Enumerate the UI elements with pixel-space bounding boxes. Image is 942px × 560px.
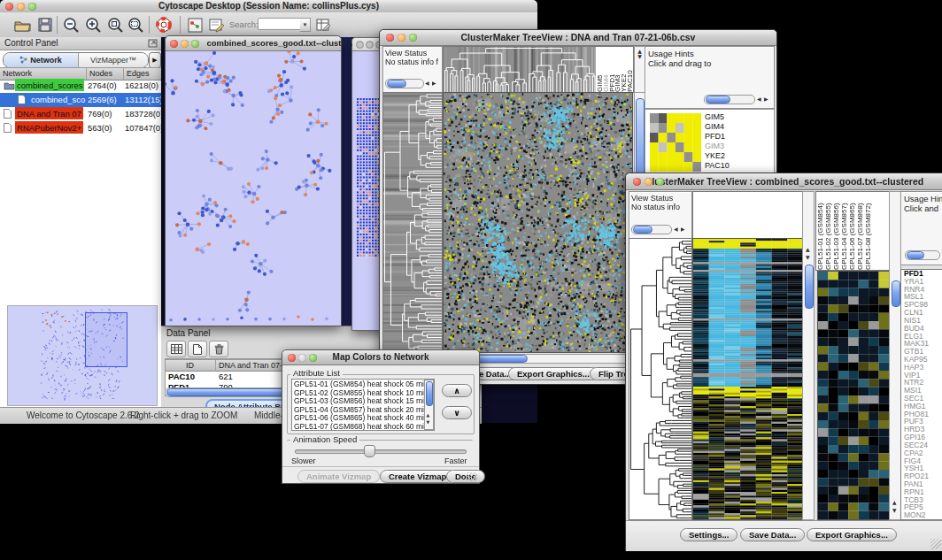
scroll-down-icon[interactable]: ▼: [806, 255, 810, 260]
scroll-right-icon[interactable]: ▶: [432, 81, 436, 86]
annotation-icon[interactable]: [207, 15, 227, 35]
search-input[interactable]: [258, 18, 302, 30]
zoom-gene-label[interactable]: GIM4: [705, 122, 730, 132]
list-scrollbar[interactable]: ▲ ▼: [424, 380, 434, 430]
usage-hints-scrollbar[interactable]: [704, 95, 755, 104]
birdseye-selection-rect[interactable]: [85, 312, 127, 367]
column-label[interactable]: GPL51-07 (GSM868): [856, 192, 864, 270]
scroll-up-icon[interactable]: ▲: [427, 412, 430, 418]
save-icon[interactable]: [35, 15, 55, 35]
minimize-button[interactable]: [181, 40, 189, 48]
network-view[interactable]: [166, 51, 339, 325]
attribute-list-item[interactable]: GPL51-03 (GSM856) heat shock 15 min: [294, 397, 434, 406]
scroll-left-icon[interactable]: ◀: [674, 226, 678, 232]
scrollbar-thumb[interactable]: [426, 381, 433, 406]
dialog-titlebar[interactable]: Map Colors to Network: [282, 350, 479, 365]
settings-button[interactable]: Settings...: [680, 528, 737, 541]
zoom-heatmap[interactable]: [817, 271, 890, 520]
zoom-out-icon[interactable]: [62, 15, 81, 35]
scroll-right-icon[interactable]: ▶: [764, 96, 768, 102]
save-data-button[interactable]: Save Data...: [740, 528, 805, 541]
close-button[interactable]: [288, 354, 296, 362]
close-button[interactable]: [633, 178, 641, 186]
export-graphics-button[interactable]: Export Graphics...: [807, 528, 897, 541]
scrollbar-thumb[interactable]: [387, 80, 406, 88]
tab-overflow-button[interactable]: ▶: [149, 52, 161, 68]
tab-network[interactable]: Network: [4, 53, 79, 67]
zoom-button[interactable]: [409, 34, 417, 42]
zoom-gene-label[interactable]: GIM5: [705, 112, 730, 122]
birdseye-view[interactable]: [7, 305, 158, 406]
zoom-in-icon[interactable]: [84, 15, 104, 35]
main-titlebar[interactable]: Cytoscape Desktop (Session Name: collins…: [0, 0, 537, 13]
zoom-vscrollbar[interactable]: ▲ ▼: [889, 191, 901, 520]
attribute-table-icon[interactable]: [313, 15, 333, 35]
attribute-list-item[interactable]: GPL51-02 (GSM855) heat shock 10 min: [294, 389, 434, 398]
move-up-button[interactable]: ∧: [442, 384, 472, 397]
column-label[interactable]: GIM4: [602, 47, 608, 92]
attribute-list-item[interactable]: GPL51-04 (GSM857) heat shock 20 min: [294, 406, 434, 415]
attribute-list-item[interactable]: GPL51-06 (GSM865) heat shock 40 min: [294, 414, 434, 423]
zoom-selected-icon[interactable]: [106, 15, 126, 35]
close-button[interactable]: [386, 34, 394, 42]
animation-speed-slider-track[interactable]: [295, 449, 467, 454]
scroll-up-icon[interactable]: ▲: [806, 247, 810, 252]
table-grid-icon[interactable]: [166, 341, 186, 357]
done-button[interactable]: Done: [446, 470, 485, 483]
column-label[interactable]: GPL51-04 (GSM857): [840, 192, 848, 270]
zoom-gene-label[interactable]: YKE2: [705, 151, 730, 161]
resize-grip[interactable]: [467, 472, 477, 481]
zoom-fit-icon[interactable]: [127, 15, 146, 35]
zoom-button[interactable]: [656, 178, 664, 186]
scrollbar-thumb[interactable]: [706, 96, 730, 104]
col-id[interactable]: ID: [166, 360, 214, 372]
attribute-listbox[interactable]: GPL51-01 (GSM854) heat shock 05 minGPL51…: [291, 379, 435, 431]
treeview1-titlebar[interactable]: ClusterMaker TreeView : DNA and Tran 07-…: [380, 30, 776, 46]
scroll-left-icon[interactable]: ◀: [425, 81, 429, 86]
zoom-heatmap[interactable]: [650, 113, 701, 172]
zoom-gene-label[interactable]: PFD1: [705, 132, 730, 142]
column-label[interactable]: GPL51-01 (GSM854): [816, 192, 824, 270]
move-down-button[interactable]: ∨: [442, 406, 472, 419]
heatmap-vscrollbar[interactable]: ▲ ▼: [802, 191, 815, 520]
column-label[interactable]: GPL51-06 (GSM865): [848, 192, 856, 270]
scroll-left-icon[interactable]: ◀: [757, 96, 761, 102]
float-panel-icon[interactable]: [148, 39, 158, 51]
minimize-button[interactable]: [645, 178, 652, 186]
column-label[interactable]: PAC10: [626, 47, 632, 92]
network-list-item[interactable]: RNAPuberNov2+563(0)107847(0): [0, 121, 161, 135]
close-button[interactable]: [170, 40, 178, 48]
view-status-scrollbar[interactable]: [385, 79, 424, 88]
column-label[interactable]: GPL51-03 (GSM856): [832, 192, 840, 270]
search-dropdown-chevron-icon[interactable]: ▼: [300, 18, 311, 32]
export-graphics-button[interactable]: Export Graphics...: [508, 367, 598, 380]
create-vizmap-button[interactable]: Create Vizmap: [380, 470, 455, 483]
zoom-gene-label[interactable]: GIM3: [705, 142, 730, 151]
scroll-down-icon[interactable]: ▼: [892, 508, 897, 513]
attribute-list-item[interactable]: GPL51-07 (GSM868) heat shock 60 min: [294, 423, 434, 431]
scrollbar-thumb[interactable]: [633, 226, 652, 234]
heatmap-view[interactable]: [443, 92, 633, 353]
zoom-button[interactable]: [309, 354, 317, 362]
scroll-right-icon[interactable]: ▶: [681, 226, 685, 232]
zoom-button[interactable]: [191, 40, 199, 48]
column-label[interactable]: GPL51-08 (GSM872): [864, 192, 872, 270]
animation-speed-slider-thumb[interactable]: [364, 445, 375, 457]
minimize-button[interactable]: [298, 354, 306, 362]
network-titlebar[interactable]: combined_scores_good.txt--cluste...: [166, 36, 341, 51]
delete-trash-icon[interactable]: [209, 341, 228, 357]
close-button[interactable]: [5, 3, 13, 11]
scroll-up-icon[interactable]: ▲: [892, 500, 897, 505]
attribute-list-item[interactable]: GPL51-01 (GSM854) heat shock 05 min: [294, 380, 434, 389]
heatmap-view[interactable]: [692, 238, 804, 520]
help-lifesaver-icon[interactable]: [154, 15, 174, 35]
scrollbar-thumb[interactable]: [805, 265, 814, 309]
scrollbar-thumb[interactable]: [907, 251, 924, 259]
network-overview-icon[interactable]: [185, 15, 205, 35]
open-file-icon[interactable]: [12, 15, 32, 35]
row-dendrogram[interactable]: [629, 238, 692, 520]
zoom-gene-label[interactable]: PAC10: [705, 161, 730, 171]
tab-vizmapper[interactable]: VizMapper™: [79, 53, 148, 67]
network-list-item[interactable]: combined_scores2764(0)16218(0): [0, 79, 161, 93]
treeview2-titlebar[interactable]: ClusterMaker TreeView : combined_scores_…: [626, 173, 942, 190]
